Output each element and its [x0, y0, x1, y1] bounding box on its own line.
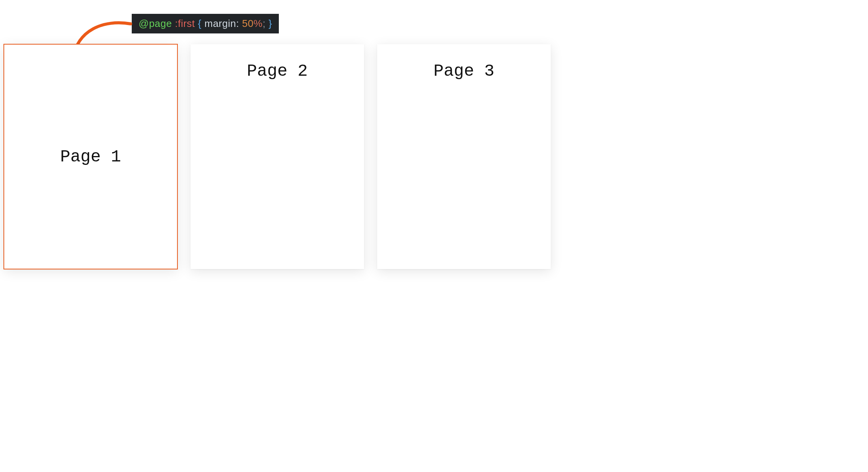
pages-row: Page 1 Page 2 Page 3 — [4, 44, 551, 269]
code-colon: : — [236, 18, 242, 29]
page-3-label: Page 3 — [434, 61, 494, 81]
code-open-bracket: { — [198, 18, 204, 29]
code-property: margin — [204, 18, 236, 29]
css-code-snippet: @page :first { margin: 50%; } — [132, 14, 279, 33]
code-semicolon: ; — [263, 18, 268, 29]
page-2-label: Page 2 — [247, 61, 308, 81]
code-close-bracket: } — [268, 18, 272, 29]
code-value: 50 — [242, 18, 253, 29]
code-unit: % — [253, 18, 263, 29]
page-3-preview: Page 3 — [377, 44, 551, 269]
code-pseudo: :first — [175, 18, 198, 29]
page-2-preview: Page 2 — [190, 44, 364, 269]
page-1-preview: Page 1 — [4, 44, 177, 269]
page-1-label: Page 1 — [60, 147, 121, 166]
